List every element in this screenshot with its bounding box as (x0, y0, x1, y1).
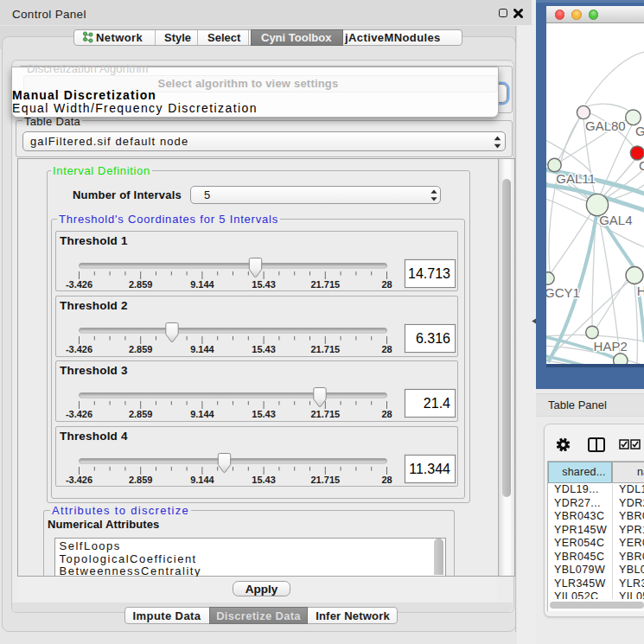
svg-text:9.144: 9.144 (190, 475, 214, 485)
svg-text:H: H (636, 284, 644, 298)
svg-text:28: 28 (381, 344, 392, 354)
svg-text:C: C (639, 158, 644, 173)
svg-text:21.715: 21.715 (310, 279, 340, 290)
svg-text:2.859: 2.859 (128, 344, 152, 354)
svg-text:15.43: 15.43 (252, 475, 276, 485)
svg-text:15.43: 15.43 (252, 279, 276, 290)
svg-text:GA: GA (635, 124, 644, 138)
svg-text:21.715: 21.715 (310, 409, 340, 419)
svg-text:-3.426: -3.426 (65, 344, 92, 354)
svg-text:21.715: 21.715 (310, 344, 340, 354)
svg-text:GCY1: GCY1 (546, 285, 580, 300)
svg-text:28: 28 (381, 279, 392, 290)
svg-text:28: 28 (381, 475, 392, 485)
svg-text:2.859: 2.859 (128, 279, 152, 290)
svg-text:GAL4: GAL4 (599, 213, 632, 227)
svg-text:28: 28 (381, 409, 392, 419)
svg-text:9.144: 9.144 (190, 409, 214, 419)
svg-text:GAL11: GAL11 (556, 171, 596, 186)
svg-text:2.859: 2.859 (128, 409, 152, 419)
svg-text:-3.426: -3.426 (65, 475, 92, 485)
svg-text:21.715: 21.715 (310, 475, 340, 485)
svg-text:15.43: 15.43 (252, 344, 276, 354)
svg-text:2.859: 2.859 (128, 475, 152, 485)
svg-text:9.144: 9.144 (190, 279, 214, 290)
svg-text:GAL80: GAL80 (585, 118, 626, 133)
svg-text:HAP2: HAP2 (593, 339, 627, 354)
svg-text:-3.426: -3.426 (65, 409, 92, 419)
svg-text:9.144: 9.144 (190, 344, 214, 354)
svg-text:15.43: 15.43 (252, 409, 276, 419)
svg-text:-3.426: -3.426 (65, 279, 92, 290)
